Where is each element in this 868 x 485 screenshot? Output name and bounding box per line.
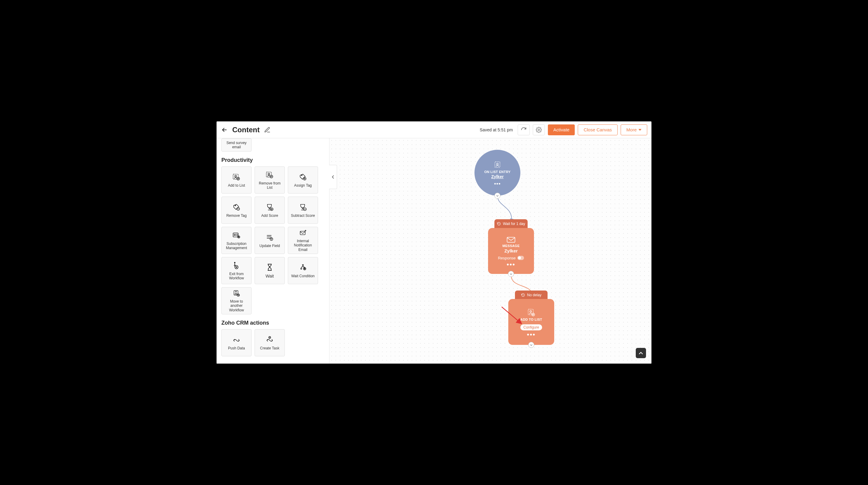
- collapse-sidebar-handle[interactable]: [329, 165, 337, 189]
- canvas[interactable]: ON LIST ENTRY Zylker ••• Wait for 1 day …: [330, 138, 651, 364]
- history-icon: [521, 293, 525, 297]
- settings-button[interactable]: [533, 124, 545, 135]
- block-remove-from-list[interactable]: Remove from List: [255, 166, 285, 193]
- block-label: Add to List: [228, 183, 245, 187]
- message-node[interactable]: MESSAGE Zylker Response •••: [488, 228, 534, 274]
- svg-point-7: [302, 175, 302, 176]
- more-dots-icon[interactable]: •••: [527, 333, 535, 336]
- refresh-button[interactable]: [518, 124, 530, 135]
- block-wait[interactable]: Wait: [255, 257, 285, 284]
- svg-point-0: [538, 129, 540, 130]
- caret-down-icon: [639, 129, 642, 131]
- block-label: Subscription Management: [223, 242, 249, 250]
- expand-node-icon[interactable]: [508, 271, 514, 277]
- node-kind: MESSAGE: [502, 244, 520, 248]
- block-label: Add Score: [261, 213, 278, 218]
- block-wait-condition[interactable]: Wait Condition: [288, 257, 318, 284]
- svg-point-28: [237, 294, 237, 295]
- block-send-survey-email[interactable]: Send survey email: [221, 138, 252, 152]
- block-label: Assign Tag: [294, 183, 312, 187]
- svg-point-9: [235, 205, 236, 206]
- svg-rect-17: [300, 231, 305, 235]
- svg-rect-31: [495, 161, 500, 167]
- delay-tab-add[interactable]: No delay: [515, 291, 548, 300]
- block-label: Move to another Workflow: [223, 299, 249, 312]
- add-to-list-node[interactable]: ADD TO LIST Configure •••: [508, 299, 554, 345]
- svg-point-5: [268, 173, 270, 175]
- page-title: Content: [232, 126, 260, 134]
- list-entry-icon: [493, 160, 502, 170]
- section-title-crm: Zoho CRM actions: [221, 320, 324, 326]
- activate-button[interactable]: Activate: [548, 124, 575, 135]
- block-label: Wait: [266, 274, 274, 279]
- svg-point-27: [235, 294, 236, 295]
- block-label: Send survey email: [223, 141, 249, 150]
- edit-title-icon[interactable]: [264, 126, 271, 133]
- svg-point-2: [235, 175, 237, 177]
- trigger-name: Zylker: [491, 174, 503, 179]
- delay-text: No delay: [527, 293, 541, 297]
- add-to-list-icon: [527, 308, 536, 317]
- block-label: Push Data: [228, 346, 245, 350]
- svg-point-21: [302, 264, 304, 266]
- block-remove-tag[interactable]: Remove Tag: [221, 196, 252, 224]
- more-dots-icon[interactable]: •••: [494, 183, 501, 185]
- block-label: Remove Tag: [226, 213, 246, 218]
- block-update-field[interactable]: Update Field: [255, 227, 285, 254]
- sidebar: Send survey email Productivity Add to Li…: [217, 138, 330, 364]
- response-toggle-row[interactable]: Response: [498, 256, 524, 260]
- envelope-icon: [506, 236, 516, 243]
- node-name: Zylker: [504, 248, 518, 253]
- delay-text: Wait for 1 day: [503, 222, 525, 226]
- svg-rect-33: [507, 237, 515, 242]
- block-add-to-list[interactable]: Add to List: [221, 166, 252, 193]
- delay-tab-message[interactable]: Wait for 1 day: [494, 219, 528, 228]
- svg-point-32: [497, 163, 498, 165]
- svg-rect-34: [528, 309, 533, 315]
- expand-node-icon[interactable]: [528, 342, 534, 348]
- response-label: Response: [498, 256, 516, 260]
- scroll-top-button[interactable]: [636, 348, 646, 358]
- block-label: Create Task: [260, 346, 279, 350]
- block-exit-from-workflow[interactable]: Exit from Workflow: [221, 257, 252, 284]
- more-button[interactable]: More: [621, 124, 647, 135]
- expand-node-icon[interactable]: [494, 193, 500, 199]
- back-arrow-icon[interactable]: [221, 126, 228, 133]
- block-add-score[interactable]: Add Score: [255, 196, 285, 224]
- svg-point-35: [530, 310, 532, 312]
- svg-point-18: [235, 262, 235, 263]
- saved-status: Saved at 5:51 pm: [479, 127, 513, 132]
- block-move-to-another-workflow[interactable]: Move to another Workflow: [221, 287, 252, 314]
- trigger-kind: ON LIST ENTRY: [484, 170, 510, 174]
- configure-button[interactable]: Configure: [520, 324, 542, 330]
- svg-point-22: [301, 268, 302, 269]
- trigger-node[interactable]: ON LIST ENTRY Zylker •••: [474, 150, 520, 196]
- close-canvas-button[interactable]: Close Canvas: [578, 124, 617, 135]
- svg-point-14: [234, 234, 236, 236]
- more-label: More: [626, 127, 637, 132]
- block-assign-tag[interactable]: Assign Tag: [288, 166, 318, 193]
- block-internal-notification-email[interactable]: Internal Notification Email: [288, 227, 318, 254]
- block-create-task[interactable]: Create Task: [255, 329, 285, 356]
- block-label: Exit from Workflow: [223, 272, 249, 280]
- block-label: Wait Condition: [291, 274, 315, 278]
- block-label: Internal Notification Email: [290, 239, 316, 252]
- block-label: Subtract Score: [291, 213, 315, 218]
- svg-point-26: [236, 291, 237, 292]
- block-subtract-score[interactable]: Subtract Score: [288, 196, 318, 224]
- block-push-data[interactable]: Push Data: [221, 329, 252, 356]
- block-label: Remove from List: [257, 181, 283, 190]
- toggle-icon[interactable]: [517, 256, 524, 260]
- section-title-productivity: Productivity: [221, 157, 324, 163]
- more-dots-icon[interactable]: •••: [506, 263, 515, 266]
- header: Content Saved at 5:51 pm Activate Close …: [217, 121, 651, 138]
- node-kind: ADD TO LIST: [520, 318, 542, 321]
- block-label: Update Field: [259, 244, 280, 248]
- block-subscription-management[interactable]: Subscription Management: [221, 227, 252, 254]
- history-icon: [497, 222, 501, 226]
